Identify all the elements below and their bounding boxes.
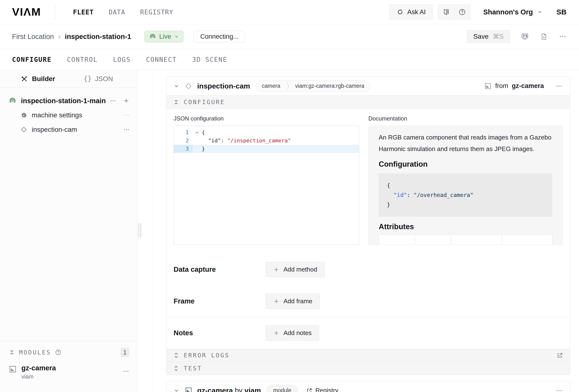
save-button[interactable]: Save ⌘S xyxy=(467,30,510,43)
configure-section-bar[interactable]: CONFIGURE xyxy=(166,95,570,109)
tab-3d-scene[interactable]: 3D SCENE xyxy=(192,56,227,63)
plus-icon xyxy=(273,266,279,273)
plus-icon xyxy=(273,298,279,305)
module-row-gz-camera[interactable]: gz-camera viam xyxy=(9,364,129,380)
sidebar-item-inspection-cam[interactable]: inspection-cam xyxy=(9,123,130,136)
user-avatar[interactable]: SB xyxy=(556,8,567,16)
expand-icon xyxy=(173,352,179,358)
module-card-title: gz-camera by viam xyxy=(197,387,261,392)
more-menu-icon[interactable] xyxy=(559,33,567,40)
viam-logo[interactable]: VIΛM xyxy=(12,6,41,18)
test-bar[interactable]: TEST xyxy=(166,362,570,375)
add-frame-button[interactable]: Add frame xyxy=(266,294,320,309)
file-chart-icon[interactable] xyxy=(540,33,548,40)
tab-control[interactable]: CONTROL xyxy=(67,56,98,63)
external-link-icon[interactable] xyxy=(556,352,563,359)
json-configuration-label: JSON configuration xyxy=(174,115,359,122)
module-more-icon[interactable] xyxy=(123,368,129,375)
ask-ai-label: Ask AI xyxy=(407,8,426,16)
help-circle-icon[interactable] xyxy=(454,5,470,19)
docs-book-icon[interactable] xyxy=(438,5,454,19)
inspection-cam-more-icon[interactable] xyxy=(123,126,130,133)
chevron-down-icon[interactable] xyxy=(174,83,179,89)
registry-link[interactable]: Registry xyxy=(306,387,338,392)
control-panel-icon[interactable] xyxy=(521,32,529,41)
module-card-more-icon[interactable] xyxy=(555,387,563,392)
config-sidebar: Builder {} JSON inspection-station-1-mai… xyxy=(0,70,137,392)
json-config-editor[interactable]: 1 { 2 "id": "/inspection_camera" xyxy=(174,126,359,245)
code-close: } xyxy=(387,202,390,208)
part-more-menu-icon[interactable] xyxy=(110,97,116,104)
part-row-main[interactable]: inspection-station-1-main xyxy=(9,94,130,107)
from-label: from xyxy=(495,82,508,90)
from-module-name: gz-camera xyxy=(512,82,544,90)
test-title: TEST xyxy=(184,365,202,372)
json-label: JSON xyxy=(95,75,113,83)
error-logs-bar[interactable]: ERROR LOGS xyxy=(166,349,570,362)
config-main-panel: inspection-cam camera viam:gz-camera:rgb… xyxy=(137,70,579,392)
module-icon xyxy=(185,387,192,392)
component-name: inspection-cam xyxy=(197,82,250,90)
code-colon: : xyxy=(221,137,227,145)
ask-ai-button[interactable]: Ask AI xyxy=(389,4,433,19)
machine-status-dropdown[interactable]: Live xyxy=(145,31,183,42)
panel-divider xyxy=(153,70,153,392)
help-circle-icon[interactable] xyxy=(55,349,62,356)
breadcrumb: First Location › inspection-station-1 xyxy=(12,33,131,41)
nav-registry[interactable]: REGISTRY xyxy=(140,8,173,16)
frame-section: Frame Add frame xyxy=(166,285,570,317)
breadcrumb-location[interactable]: First Location xyxy=(12,33,54,41)
modules-section: MODULES 1 gz-c xyxy=(0,341,137,392)
nav-fleet[interactable]: FLEET xyxy=(73,8,93,16)
notes-section: Notes Add notes xyxy=(166,317,570,349)
tab-configure[interactable]: CONFIGURE xyxy=(12,56,52,63)
nav-data[interactable]: DATA xyxy=(109,8,125,16)
code-string-value: "/inspection_camera" xyxy=(227,137,291,145)
broadcast-icon xyxy=(149,33,156,40)
tab-logs[interactable]: LOGS xyxy=(113,56,131,63)
builder-label: Builder xyxy=(32,75,55,83)
machine-settings-more-icon[interactable] xyxy=(123,112,130,119)
module-card-gz-camera: gz-camera by viam module Registry xyxy=(166,381,570,392)
chevron-down-icon[interactable] xyxy=(174,388,179,392)
sidebar-item-machine-settings[interactable]: machine settings xyxy=(9,109,130,121)
add-notes-button[interactable]: Add notes xyxy=(266,325,319,341)
collapse-icon[interactable] xyxy=(9,349,15,355)
org-switcher[interactable]: Shannon's Org xyxy=(483,8,543,16)
from-module-info: from gz-camera xyxy=(484,82,544,90)
plus-icon xyxy=(273,330,279,336)
connecting-button[interactable]: Connecting... xyxy=(194,31,245,42)
fold-chevron-icon[interactable] xyxy=(193,128,202,137)
help-icon-group xyxy=(438,4,470,19)
code-key: "id" xyxy=(387,192,407,198)
gear-icon xyxy=(20,112,27,119)
module-name: gz-camera xyxy=(21,364,56,372)
modules-count-badge: 1 xyxy=(121,348,129,357)
mode-json-toggle[interactable]: {} JSON xyxy=(83,75,113,83)
configure-section-title: CONFIGURE xyxy=(184,99,225,106)
mode-builder-toggle[interactable]: Builder xyxy=(21,75,55,83)
modules-title: MODULES xyxy=(19,349,51,356)
org-name: Shannon's Org xyxy=(483,8,533,16)
module-card-header: gz-camera by viam module Registry xyxy=(166,381,570,392)
topbar-right: Ask AI Shannon's Org xyxy=(389,4,567,19)
component-more-menu-icon[interactable] xyxy=(555,82,563,90)
top-nav: FLEET DATA REGISTRY xyxy=(73,8,173,16)
divider xyxy=(55,4,55,20)
code-colon: : xyxy=(407,192,414,198)
add-component-icon[interactable] xyxy=(123,97,130,104)
pill-divider-icon xyxy=(286,80,290,92)
line-number: 2 xyxy=(174,137,193,145)
tab-connect[interactable]: CONNECT xyxy=(146,56,177,63)
documentation-panel[interactable]: An RGB camera component that reads image… xyxy=(368,126,563,245)
part-name: inspection-station-1-main xyxy=(21,97,106,105)
module-badge: module xyxy=(267,385,298,392)
add-method-button[interactable]: Add method xyxy=(266,262,325,277)
sidebar-resize-handle[interactable] xyxy=(139,223,141,237)
machine-part-tree: inspection-station-1-main xyxy=(0,88,137,136)
module-card-author: viam xyxy=(245,387,261,392)
error-logs-title: ERROR LOGS xyxy=(184,352,230,359)
machine-name: inspection-station-1 xyxy=(65,33,131,41)
expand-icon xyxy=(173,365,179,371)
inspection-cam-label: inspection-cam xyxy=(32,126,77,134)
